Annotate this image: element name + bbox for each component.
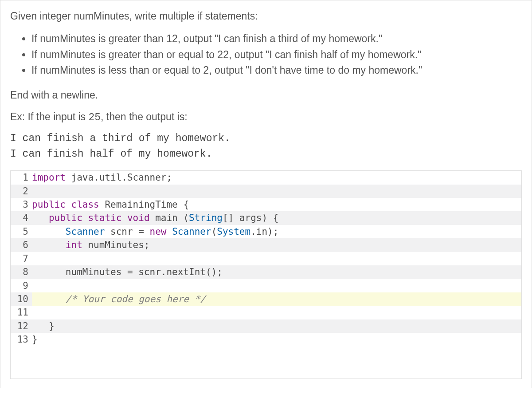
problem-container: Given integer numMinutes, write multiple… bbox=[0, 0, 532, 388]
code-content[interactable]: } bbox=[32, 319, 521, 333]
code-line[interactable]: 10 /* Your code goes here */ bbox=[11, 292, 521, 306]
intro-paragraph: Given integer numMinutes, write multiple… bbox=[10, 9, 522, 23]
example-prefix: Ex: If the input is bbox=[10, 111, 88, 122]
code-line[interactable]: 6 int numMinutes; bbox=[11, 238, 521, 252]
code-line[interactable]: 5 Scanner scnr = new Scanner(System.in); bbox=[11, 225, 521, 238]
code-empty-area[interactable] bbox=[11, 347, 521, 379]
requirements-list: If numMinutes is greater than 12, output… bbox=[10, 31, 522, 79]
example-input: 25 bbox=[88, 112, 101, 123]
code-line[interactable]: 8 numMinutes = scnr.nextInt(); bbox=[11, 265, 521, 279]
code-content[interactable] bbox=[32, 306, 521, 319]
code-line[interactable]: 9 bbox=[11, 279, 521, 292]
code-editor[interactable]: 1import java.util.Scanner;2 3public clas… bbox=[10, 170, 522, 379]
line-number: 8 bbox=[11, 265, 32, 279]
line-number: 13 bbox=[11, 333, 32, 346]
line-number: 1 bbox=[11, 171, 32, 184]
code-line[interactable]: 11 bbox=[11, 306, 521, 319]
example-line: Ex: If the input is 25, then the output … bbox=[10, 110, 522, 125]
code-line[interactable]: 3public class RemainingTime { bbox=[11, 198, 521, 211]
code-content[interactable]: public static void main (String[] args) … bbox=[32, 211, 521, 225]
code-line[interactable]: 12 } bbox=[11, 319, 521, 333]
code-content[interactable]: /* Your code goes here */ bbox=[32, 292, 521, 306]
code-line[interactable]: 2 bbox=[11, 185, 521, 198]
problem-text: Given integer numMinutes, write multiple… bbox=[10, 9, 522, 125]
code-content[interactable] bbox=[32, 185, 521, 198]
code-line[interactable]: 13} bbox=[11, 333, 521, 346]
expected-output: I can finish a third of my homework. I c… bbox=[10, 131, 522, 162]
code-content[interactable]: } bbox=[32, 333, 521, 346]
line-number: 4 bbox=[11, 211, 32, 225]
output-line: I can finish half of my homework. bbox=[10, 146, 522, 162]
code-content[interactable] bbox=[32, 279, 521, 292]
code-line[interactable]: 1import java.util.Scanner; bbox=[11, 171, 521, 184]
code-content[interactable]: import java.util.Scanner; bbox=[32, 171, 521, 184]
output-line: I can finish a third of my homework. bbox=[10, 131, 522, 146]
code-content[interactable]: Scanner scnr = new Scanner(System.in); bbox=[32, 225, 521, 238]
code-content[interactable]: public class RemainingTime { bbox=[32, 198, 521, 211]
line-number: 2 bbox=[11, 185, 32, 198]
code-line[interactable]: 4 public static void main (String[] args… bbox=[11, 211, 521, 225]
code-content[interactable]: numMinutes = scnr.nextInt(); bbox=[32, 265, 521, 279]
code-content[interactable]: int numMinutes; bbox=[32, 238, 521, 252]
list-item: If numMinutes is greater than or equal t… bbox=[31, 47, 522, 63]
line-number: 12 bbox=[11, 319, 32, 333]
line-number: 7 bbox=[11, 252, 32, 265]
line-number: 11 bbox=[11, 306, 32, 319]
line-number: 5 bbox=[11, 225, 32, 238]
code-line[interactable]: 7 bbox=[11, 252, 521, 265]
line-number: 6 bbox=[11, 238, 32, 252]
line-number: 10 bbox=[11, 292, 32, 306]
example-suffix: , then the output is: bbox=[101, 111, 188, 122]
line-number: 9 bbox=[11, 279, 32, 292]
code-content[interactable] bbox=[32, 252, 521, 265]
line-number: 3 bbox=[11, 198, 32, 211]
end-with-newline: End with a newline. bbox=[10, 88, 522, 102]
list-item: If numMinutes is less than or equal to 2… bbox=[31, 63, 522, 79]
list-item: If numMinutes is greater than 12, output… bbox=[31, 31, 522, 47]
